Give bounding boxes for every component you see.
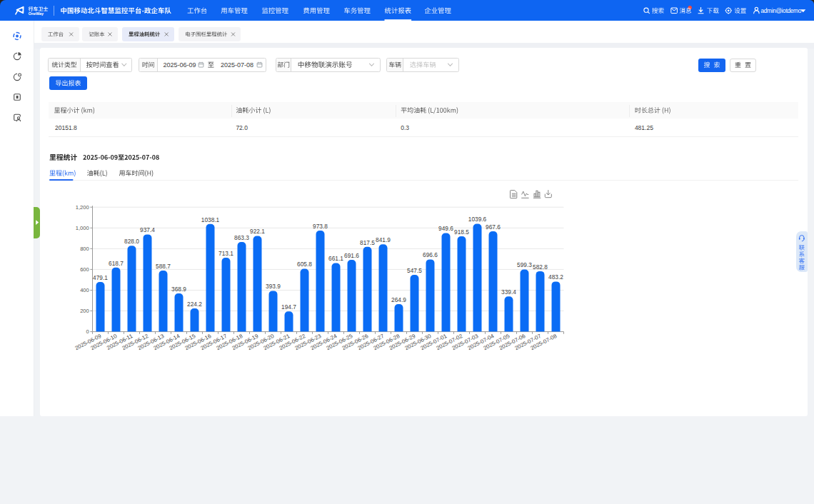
svg-text:922.1: 922.1 xyxy=(250,228,265,235)
svg-text:1,200: 1,200 xyxy=(76,204,89,211)
svg-text:605.8: 605.8 xyxy=(297,261,312,268)
svg-text:937.4: 937.4 xyxy=(140,226,155,233)
svg-text:863.3: 863.3 xyxy=(234,234,249,241)
svg-text:393.9: 393.9 xyxy=(266,283,281,290)
svg-text:0: 0 xyxy=(86,328,89,335)
svg-text:800: 800 xyxy=(80,246,89,252)
svg-text:339.4: 339.4 xyxy=(501,288,516,296)
svg-text:696.6: 696.6 xyxy=(423,251,438,258)
svg-text:1,000: 1,000 xyxy=(76,225,89,231)
svg-text:582.8: 582.8 xyxy=(533,263,548,271)
svg-text:368.9: 368.9 xyxy=(171,286,186,293)
svg-text:949.6: 949.6 xyxy=(438,225,453,232)
svg-text:200: 200 xyxy=(80,308,89,314)
svg-text:713.1: 713.1 xyxy=(218,250,233,257)
svg-text:618.7: 618.7 xyxy=(109,260,124,267)
svg-text:224.2: 224.2 xyxy=(187,301,202,308)
svg-text:817.5: 817.5 xyxy=(360,239,375,246)
svg-text:973.8: 973.8 xyxy=(313,223,328,230)
svg-text:264.9: 264.9 xyxy=(391,296,406,303)
svg-text:1039.6: 1039.6 xyxy=(468,216,487,223)
svg-text:400: 400 xyxy=(80,287,89,293)
svg-text:691.6: 691.6 xyxy=(344,252,359,259)
svg-text:483.2: 483.2 xyxy=(548,273,563,281)
svg-text:661.1: 661.1 xyxy=(328,255,343,262)
svg-text:194.7: 194.7 xyxy=(281,303,296,311)
svg-text:967.6: 967.6 xyxy=(486,223,501,231)
svg-text:828.0: 828.0 xyxy=(124,238,139,245)
svg-text:599.3: 599.3 xyxy=(517,261,532,268)
svg-text:588.7: 588.7 xyxy=(156,263,171,270)
svg-text:918.5: 918.5 xyxy=(454,228,469,236)
svg-text:1038.1: 1038.1 xyxy=(201,216,220,223)
svg-text:479.1: 479.1 xyxy=(93,274,108,281)
svg-text:547.5: 547.5 xyxy=(407,267,422,274)
svg-text:600: 600 xyxy=(80,266,89,273)
svg-text:841.9: 841.9 xyxy=(376,236,391,243)
